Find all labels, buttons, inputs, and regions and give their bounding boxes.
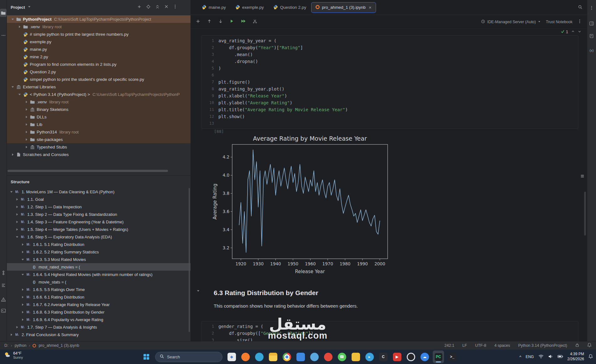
taskbar-app-cursor[interactable]: C: [378, 351, 389, 363]
project-tree-item[interactable]: simpel python to print the student's gre…: [7, 75, 191, 83]
chevron-right-icon[interactable]: [20, 295, 25, 299]
project-tree-item[interactable]: Python314library root: [7, 128, 191, 136]
chevron-right-icon[interactable]: [20, 250, 25, 254]
structure-tree-item[interactable]: M↓1.1. Goal: [7, 195, 191, 203]
collapse-all-button[interactable]: [155, 4, 160, 10]
chevron-down-icon[interactable]: [17, 92, 22, 96]
chevron-right-icon[interactable]: [20, 310, 25, 314]
project-tree-item[interactable]: mine 2.py: [7, 53, 191, 60]
taskbar-app-chrome[interactable]: [281, 351, 292, 363]
taskbar-app-firefox[interactable]: [240, 351, 251, 363]
taskbar-app-photos[interactable]: ◆: [226, 351, 237, 363]
project-tree-item[interactable]: PythonProjectC:\Users\Soft LapTop\Pychar…: [7, 15, 191, 23]
project-tree-item[interactable]: # simple python to print the largest thr…: [7, 30, 191, 38]
move-cell-up-icon[interactable]: [207, 19, 212, 24]
chevron-right-icon[interactable]: [14, 205, 20, 209]
weather-widget[interactable]: 64°F Sunny: [3, 351, 23, 359]
project-tree-item[interactable]: site-packages: [7, 136, 191, 143]
taskbar-app-paint[interactable]: [309, 351, 320, 363]
structure-tree-item[interactable]: M↓1. MovieLens 1M — Data Cleaning & EDA …: [7, 188, 191, 195]
project-tree-item[interactable]: exemple.py: [7, 38, 191, 45]
structure-tree-item[interactable]: M↓1.6.2. 5.2 Rating Summary Statistics: [7, 248, 191, 256]
more-icon[interactable]: [589, 6, 594, 10]
more-options-icon[interactable]: [578, 19, 582, 24]
chevron-right-icon[interactable]: [24, 130, 29, 134]
project-tree-item[interactable]: Question 2.py: [7, 68, 191, 75]
trust-notebook-button[interactable]: Trust Notebook: [546, 20, 572, 24]
taskbar-app-file-explorer[interactable]: [267, 351, 279, 363]
project-tree-item[interactable]: Scratches and Consoles: [7, 151, 191, 158]
chevron-right-icon[interactable]: [20, 318, 25, 322]
project-tree-item[interactable]: < Python 3.14 (PythonProject) >C:\Users\…: [7, 91, 191, 98]
locate-button[interactable]: [146, 4, 151, 10]
taskbar-app-telegram[interactable]: ▸: [364, 351, 375, 363]
collapse-all-icon[interactable]: [155, 4, 160, 9]
structure-tree-item[interactable]: M↓1.7. Step 7 — Data Analysis & Insights: [7, 323, 191, 331]
code-text[interactable]: gender_rating = ( df.groupby(["Gender", …: [218, 323, 313, 341]
chevron-right-icon[interactable]: [20, 242, 25, 247]
move-down-button[interactable]: [218, 19, 223, 25]
volume-icon[interactable]: [548, 354, 553, 360]
cut-cell-icon[interactable]: [253, 19, 257, 23]
project-tree-item[interactable]: .venvlibrary root: [7, 23, 191, 30]
chevron-right-icon[interactable]: [24, 107, 29, 112]
add-icon[interactable]: [137, 4, 142, 9]
chevron-down-icon[interactable]: [20, 257, 25, 262]
run-cell-button[interactable]: [229, 19, 234, 25]
taskbar-search[interactable]: [155, 352, 222, 362]
chevron-down-icon[interactable]: [14, 235, 20, 239]
move-up-button[interactable]: [207, 19, 212, 25]
taskbar-app-edge[interactable]: [254, 351, 265, 363]
structure-tree-item[interactable]: M↓1.6.3. 5.3 Most Rated Movies: [7, 256, 191, 263]
editor-tab-question-2-py[interactable]: Question 2.py: [269, 2, 311, 13]
more-stripe-button[interactable]: [587, 4, 596, 12]
structure-tree-item[interactable]: M↓1.2. Step 1 — Data Inspection: [7, 203, 191, 211]
breadcrumb-file[interactable]: pro_ahmed_1 (3).ipynb: [39, 343, 79, 348]
structure-tool-stripe-button[interactable]: [0, 281, 7, 289]
more-icon[interactable]: [578, 19, 582, 23]
chevron-right-icon[interactable]: [24, 100, 29, 104]
breadcrumb-drive[interactable]: D:: [4, 343, 8, 348]
sci-view-stripe-button[interactable]: [587, 19, 596, 28]
language-indicator[interactable]: ENG: [526, 355, 534, 359]
search-input[interactable]: [167, 355, 214, 359]
line-ending-widget[interactable]: LF: [463, 343, 467, 348]
chevron-down-icon[interactable]: [10, 85, 15, 89]
project-stripe-button[interactable]: [0, 9, 7, 17]
move-cell-down-icon[interactable]: [218, 19, 223, 24]
taskbar-app-onedrive[interactable]: ☁: [419, 351, 430, 363]
more-icon[interactable]: [173, 4, 177, 9]
project-horizontal-scrollbar[interactable]: [8, 170, 168, 172]
run-cell-icon[interactable]: [229, 19, 234, 23]
chevron-right-icon[interactable]: [10, 153, 15, 157]
chevron-right-icon[interactable]: [24, 115, 29, 119]
project-tree-item[interactable]: DLLs: [7, 113, 191, 121]
structure-tree-item[interactable]: M↓1.3. Step 2 — Data Type Fixing & Stand…: [7, 211, 191, 218]
structure-tree-item[interactable]: M↓1.6.6. 6.1 Rating Distribution: [7, 293, 191, 301]
taskbar-app-sticky-notes[interactable]: [350, 351, 361, 363]
more-tools-stripe-button[interactable]: [0, 31, 7, 39]
editor-tab-exemple-py[interactable]: exemple.py: [231, 2, 268, 13]
chevron-right-icon[interactable]: [14, 325, 20, 329]
add-cell-button[interactable]: [196, 19, 201, 25]
structure-tree-item[interactable]: M↓1.5. Step 4 — Merge Tables (Users + Mo…: [7, 226, 191, 233]
chevron-right-icon[interactable]: [9, 333, 14, 337]
chevron-right-icon[interactable]: [24, 122, 29, 127]
project-tree-item[interactable]: .venvlibrary root: [7, 98, 191, 106]
structure-vertical-scrollbar[interactable]: [189, 188, 190, 332]
interpreter-widget[interactable]: Python 3.14 (PythonProject): [518, 343, 567, 348]
structure-tree-item[interactable]: M↓2. Final Conclusion & Summary: [7, 331, 191, 338]
lock-icon[interactable]: [575, 343, 579, 348]
problems-stripe-button[interactable]: [0, 295, 7, 304]
structure-tree-item[interactable]: {}most_rated_movies = (: [7, 263, 191, 271]
add-cell-icon[interactable]: [196, 19, 201, 24]
run-all-button[interactable]: [240, 19, 246, 25]
chevron-up-icon[interactable]: [571, 30, 575, 34]
caret-position-widget[interactable]: 242:1: [444, 343, 454, 348]
taskbar-app-obs-studio[interactable]: [405, 351, 416, 363]
encoding-widget[interactable]: UTF-8: [475, 343, 486, 348]
structure-tree-item[interactable]: M↓1.6.5. 5.5 Ratings Over Time: [7, 286, 191, 293]
project-tree-item[interactable]: Binary Skeletons: [7, 106, 191, 113]
run-all-cells-icon[interactable]: [240, 19, 246, 23]
battery-icon[interactable]: [557, 355, 563, 359]
